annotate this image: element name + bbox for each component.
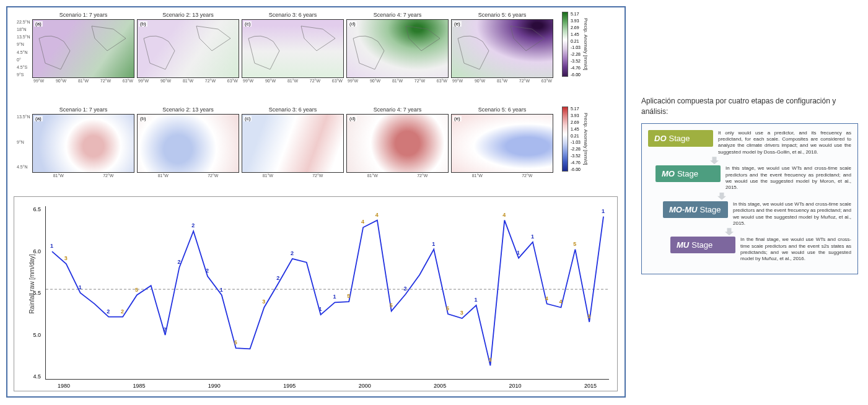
ts-annotation: 4 bbox=[545, 295, 548, 302]
ts-annotation: 2 bbox=[164, 326, 167, 333]
ts-annotation: 3 bbox=[587, 313, 590, 320]
colorbar-row1: 5.173.93 2.691.45 0.21-1.03 -2.28-3.52 -… bbox=[562, 12, 590, 77]
ts-annotation: 4 bbox=[375, 212, 379, 218]
stage-label: DO Stage bbox=[648, 130, 713, 147]
ts-annotation: 4 bbox=[361, 219, 364, 225]
map-row-1: 22.5°N18°N 13.5°N9°N 4.5°N0° 4.5°S9°S Sc… bbox=[7, 9, 602, 95]
ts-annotation: 1 bbox=[79, 284, 82, 290]
ts-annotation: 2 bbox=[177, 259, 180, 265]
right-title: Aplicación compuesta por cuatro etapas d… bbox=[641, 96, 858, 117]
ts-annotation: 5 bbox=[135, 287, 138, 293]
map1-yticks: 22.5°N18°N 13.5°N9°N 4.5°N0° 4.5°S9°S bbox=[17, 20, 30, 77]
ts-annotation: 2 bbox=[291, 250, 294, 256]
ts-annotation: 1 bbox=[517, 250, 520, 256]
ts-annotation: 1 bbox=[333, 294, 336, 300]
ts-annotation: 1 bbox=[602, 208, 605, 214]
stage-arrow-icon bbox=[725, 228, 734, 235]
ts-annotation: 1 bbox=[220, 287, 223, 293]
stage-label: MU Stage bbox=[670, 237, 735, 253]
ts-annotation: 3 bbox=[262, 298, 265, 305]
ts-annotation: 2 bbox=[276, 275, 279, 281]
map1-scenario2: Scenario 2: 13 years (b) 99°W90°W81°W72°… bbox=[137, 12, 239, 84]
colorbar-row2: 5.173.93 2.691.45 0.21-1.03 -2.28-3.52 -… bbox=[562, 107, 590, 172]
map2-scenario1: Scenario 1: 7 years (a) 81°W72°W bbox=[32, 107, 134, 178]
map1-scenario1: Scenario 1: 7 years (a) 99°W90°W81°W72°W… bbox=[32, 12, 134, 84]
ts-annotation: 2 bbox=[404, 285, 407, 292]
stage-arrow-icon bbox=[717, 193, 726, 200]
ts-annotation: 1 bbox=[432, 241, 435, 247]
map1-scenario3: Scenario 3: 6 years (c) 99°W90°W81°W72°W… bbox=[242, 12, 344, 84]
ts-annotation: 5 bbox=[234, 339, 237, 346]
stages-box: DO StageIt only would use a predictor, a… bbox=[641, 123, 858, 274]
timeseries-plot: Rainfall raw [mm/day] 6.56.0 5.55.0 4.5 … bbox=[14, 196, 618, 391]
ts-annotation: 1 bbox=[50, 243, 53, 249]
ts-annotation: 5 bbox=[446, 305, 449, 311]
map2-scenario5: Scenario 5: 6 years (e) 81°W72°W bbox=[451, 107, 553, 178]
ts-annotation: 1 bbox=[475, 297, 478, 303]
right-panel: Aplicación compuesta por cuatro etapas d… bbox=[641, 96, 858, 274]
stage-desc: In the final stage, we would use WTs and… bbox=[740, 237, 851, 263]
ts-line bbox=[46, 206, 610, 380]
ts-annotation: 2 bbox=[107, 308, 110, 315]
left-figure-panel: 22.5°N18°N 13.5°N9°N 4.5°N0° 4.5°S9°S Sc… bbox=[6, 6, 626, 398]
stage-desc: In this stage, we would use WTs and cros… bbox=[726, 165, 851, 191]
ts-annotation: 3 bbox=[488, 357, 491, 363]
stage-arrow-icon bbox=[710, 157, 719, 164]
ts-annotation: 3 bbox=[460, 310, 463, 316]
map1-scenario5: Scenario 5: 6 years (e) 99°W90°W81°W72°W… bbox=[451, 12, 553, 84]
ts-annotation: 2 bbox=[121, 308, 124, 315]
map1-scenario4: Scenario 4: 7 years (d) 99°W90°W81°W72°W… bbox=[346, 12, 449, 84]
stage-mu: MU StageIn the final stage, we would use… bbox=[670, 237, 851, 263]
ts-annotation: 1 bbox=[531, 233, 534, 240]
stage-desc: It only would use a predictor, and its f… bbox=[718, 130, 851, 156]
stage-mo: MO StageIn this stage, we would use WTs … bbox=[655, 165, 851, 191]
stage-desc: In this stage, we would use WTs and cros… bbox=[733, 201, 851, 227]
ts-annotation: 4 bbox=[502, 212, 506, 218]
stage-label: MO-MU Stage bbox=[663, 201, 728, 218]
stage-mo-mu: MO-MU StageIn this stage, we would use W… bbox=[663, 201, 851, 227]
ts-plot-area: 13122522221532211544521531341144531 bbox=[45, 206, 609, 380]
map2-scenario3: Scenario 3: 6 years (c) 81°W72°W bbox=[242, 107, 344, 178]
ts-annotation: 5 bbox=[347, 293, 350, 299]
stage-label: MO Stage bbox=[655, 165, 721, 182]
map2-scenario4: Scenario 4: 7 years (d) 81°W72°W bbox=[346, 107, 449, 178]
map-row-2: 13.5°N9°N4.5°N Scenario 1: 7 years (a) 8… bbox=[7, 103, 602, 187]
stage-do: DO StageIt only would use a predictor, a… bbox=[648, 130, 851, 156]
ts-xticks: 19801985 19901995 20002005 20102015 bbox=[45, 383, 609, 389]
ts-annotation: 1 bbox=[319, 306, 322, 312]
map2-scenario2: Scenario 2: 13 years (b) 81°W72°W bbox=[137, 107, 239, 178]
map2-yticks: 13.5°N9°N4.5°N bbox=[17, 115, 30, 169]
ts-annotation: 5 bbox=[573, 241, 576, 247]
ts-annotation: 2 bbox=[191, 222, 195, 229]
ts-annotation: 3 bbox=[64, 255, 68, 261]
ts-annotation: 2 bbox=[206, 268, 209, 274]
ts-yticks: 6.56.0 5.55.0 4.5 bbox=[33, 206, 41, 380]
ts-annotation: 5 bbox=[390, 302, 393, 308]
ts-annotation: 4 bbox=[559, 298, 563, 305]
